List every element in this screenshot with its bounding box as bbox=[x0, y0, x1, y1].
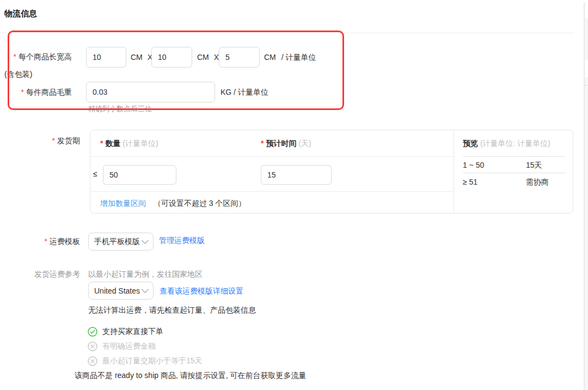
check-item: 最小起订量交期小于等于15天 bbox=[88, 356, 203, 366]
preview-row-range: ≥ 51 bbox=[463, 178, 477, 187]
logistics-form-page: 物流信息 *每个商品长宽高 (含包装) CMX CMX CM/ 计量单位 *每件… bbox=[0, 0, 588, 390]
right-edge-panel bbox=[585, 0, 588, 390]
ready-to-ship-note: 该商品不是 ready to ship 商品, 请按提示设置, 可在前台获取更多… bbox=[75, 371, 307, 381]
freight-template-select[interactable]: 手机平板模版 bbox=[88, 233, 154, 251]
right-edge-white-top bbox=[585, 0, 588, 19]
required-asterisk: * bbox=[21, 88, 24, 96]
freight-reference-desc: 以最小起订量为例，发往国家地区 bbox=[88, 270, 203, 279]
required-asterisk: * bbox=[45, 237, 47, 246]
table-row-divider bbox=[90, 191, 454, 192]
delivery-label: *发货期 bbox=[0, 136, 80, 146]
page-title: 物流信息 bbox=[4, 9, 37, 19]
required-asterisk: * bbox=[14, 52, 16, 61]
weight-label: *每件商品毛重 bbox=[0, 88, 72, 97]
freight-template-value: 手机平板模版 bbox=[94, 237, 140, 247]
add-range-row: 增加数量区间 （可设置不超过 3 个区间） bbox=[100, 199, 246, 209]
manage-freight-template-link[interactable]: 管理运费模版 bbox=[159, 236, 205, 246]
check-item: 有明确运费金额 bbox=[88, 342, 156, 351]
check-item-text: 支持买家直接下单 bbox=[102, 327, 163, 337]
preview-divider bbox=[463, 156, 565, 157]
weight-unit: KG / 计量单位 bbox=[220, 88, 268, 97]
delivery-table: *数量 (计量单位) *预计时间 (天) ≤ 增加数量区间 （可设置不超过 3 … bbox=[90, 130, 573, 214]
section-divider bbox=[0, 33, 574, 33]
width-unit: CMX bbox=[197, 53, 219, 63]
scrollbar-thumb[interactable] bbox=[585, 60, 588, 77]
right-edge-divider bbox=[585, 85, 588, 86]
country-value: United States bbox=[94, 287, 140, 295]
lte-symbol: ≤ bbox=[93, 169, 97, 179]
required-asterisk: * bbox=[52, 136, 55, 145]
height-input[interactable] bbox=[219, 47, 260, 68]
dimensions-sublabel: (含包装) bbox=[4, 70, 32, 80]
preview-row-value: 需协商 bbox=[526, 178, 549, 187]
cross-circle-icon bbox=[88, 356, 97, 366]
check-item-text: 最小起订量交期小于等于15天 bbox=[102, 356, 203, 366]
country-select[interactable]: United States bbox=[88, 282, 154, 300]
preview-divider bbox=[463, 173, 565, 173]
chevron-down-icon bbox=[142, 237, 149, 244]
time-column-header: *预计时间 (天) bbox=[261, 139, 311, 149]
dimensions-label: *每个商品长宽高 bbox=[0, 52, 72, 62]
required-asterisk: * bbox=[100, 139, 103, 148]
preview-row-range: 1 ~ 50 bbox=[463, 161, 484, 170]
view-template-detail-link[interactable]: 查看该运费模版详细设置 bbox=[160, 287, 243, 296]
estimated-days-input[interactable] bbox=[261, 165, 332, 185]
check-item-text: 有明确运费金额 bbox=[102, 342, 156, 351]
quantity-column-header: *数量 (计量单位) bbox=[100, 139, 158, 149]
required-asterisk: * bbox=[261, 139, 264, 148]
check-circle-icon bbox=[88, 327, 97, 337]
table-header-divider bbox=[90, 156, 454, 157]
height-unit: CM/ 计量单位 bbox=[264, 53, 316, 63]
add-range-note: （可设置不超过 3 个区间） bbox=[154, 199, 246, 208]
width-input[interactable] bbox=[151, 47, 192, 68]
table-column-divider bbox=[454, 130, 454, 213]
preview-header: 预览 (计量单位: 计量单位) bbox=[463, 139, 550, 149]
weight-hint: 精确到小数点后三位 bbox=[88, 105, 152, 113]
weight-input[interactable] bbox=[86, 82, 215, 102]
chevron-down-icon bbox=[142, 286, 149, 293]
freight-warning-text: 无法计算出运费，请先检查起订量、产品包装信息 bbox=[88, 306, 256, 315]
quantity-input[interactable] bbox=[103, 165, 176, 185]
check-item: 支持买家直接下单 bbox=[88, 327, 163, 337]
freight-template-label: *运费模板 bbox=[0, 237, 80, 247]
cross-circle-icon bbox=[88, 342, 97, 351]
length-input[interactable] bbox=[86, 47, 126, 68]
preview-row-value: 15天 bbox=[526, 161, 542, 170]
add-quantity-range-link[interactable]: 增加数量区间 bbox=[100, 199, 146, 208]
freight-reference-label: 发货运费参考 bbox=[0, 270, 80, 279]
length-unit: CMX bbox=[131, 53, 152, 63]
